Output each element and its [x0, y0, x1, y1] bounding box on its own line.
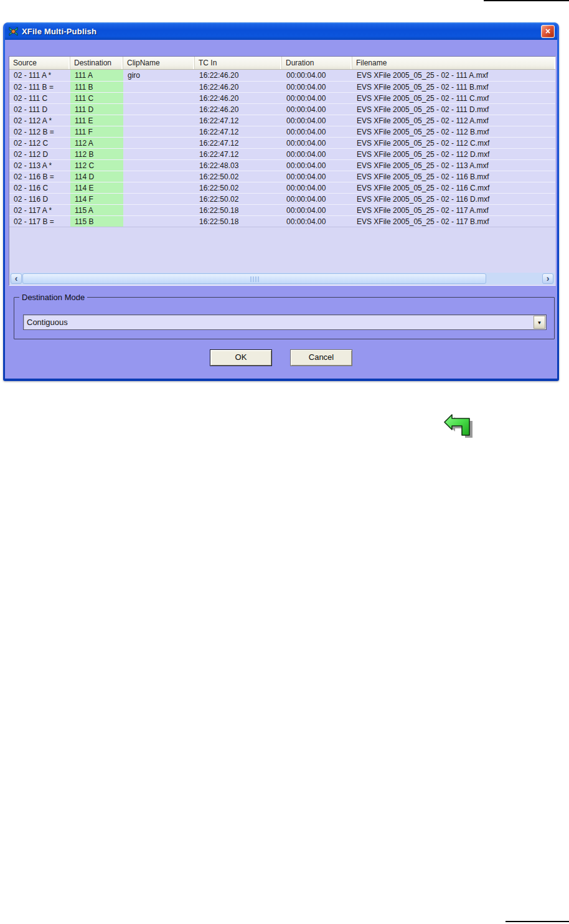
cell-clipname [123, 82, 195, 92]
cell-filename: EVS XFile 2005_05_25 - 02 - 111 A.mxf [352, 70, 555, 81]
table-row[interactable]: 02 - 112 C112 A16:22:47.1200:00:04.00EVS… [9, 137, 555, 149]
table-row[interactable]: 02 - 111 C111 C16:22:46.2000:00:04.00EVS… [9, 92, 555, 104]
cell-tcin: 16:22:50.18 [195, 216, 282, 227]
cell-duration: 00:00:04.00 [282, 216, 352, 227]
cell-clipname: giro [123, 70, 195, 81]
cell-tcin: 16:22:47.12 [195, 126, 282, 137]
cell-filename: EVS XFile 2005_05_25 - 02 - 116 D.mxf [352, 194, 555, 204]
cell-tcin: 16:22:46.20 [195, 93, 282, 103]
cell-tcin: 16:22:50.02 [195, 182, 282, 193]
cell-destination: 111 C [70, 93, 123, 103]
cell-clipname [123, 182, 195, 193]
cell-source: 02 - 111 B = [9, 82, 70, 92]
table-row[interactable]: 02 - 116 C114 E16:22:50.0200:00:04.00EVS… [9, 182, 555, 194]
column-header-filename[interactable]: Filename [352, 57, 555, 69]
cell-clipname [123, 126, 195, 137]
cell-duration: 00:00:04.00 [282, 93, 352, 103]
table-header-row: Source Destination ClipName TC In Durati… [9, 57, 555, 70]
cell-tcin: 16:22:46.20 [195, 82, 282, 92]
ok-button[interactable]: OK [210, 349, 272, 366]
table-row[interactable]: 02 - 111 A *111 Agiro16:22:46.2000:00:04… [9, 70, 555, 82]
cell-tcin: 16:22:47.12 [195, 138, 282, 148]
cell-source: 02 - 112 B = [9, 126, 70, 137]
cell-clipname [123, 115, 195, 126]
destination-mode-value: Contiguous [24, 315, 546, 327]
cell-tcin: 16:22:47.12 [195, 115, 282, 126]
cell-filename: EVS XFile 2005_05_25 - 02 - 112 C.mxf [352, 138, 555, 148]
destination-mode-groupbox: Destination Mode Contiguous ▼ [14, 297, 555, 339]
cell-filename: EVS XFile 2005_05_25 - 02 - 111 C.mxf [352, 93, 555, 103]
table-row[interactable]: 02 - 113 A *112 C16:22:48.0300:00:04.00E… [9, 159, 555, 171]
table-row[interactable]: 02 - 116 B =114 D16:22:50.0200:00:04.00E… [9, 171, 555, 182]
cell-source: 02 - 116 C [9, 182, 70, 193]
cell-filename: EVS XFile 2005_05_25 - 02 - 113 A.mxf [352, 160, 555, 171]
scroll-left-icon: ‹ [15, 273, 18, 283]
back-arrow-icon[interactable] [443, 413, 474, 439]
cell-duration: 00:00:04.00 [282, 160, 352, 171]
cell-source: 02 - 117 B = [9, 216, 70, 227]
cell-clipname [123, 149, 195, 159]
cell-destination: 112 A [70, 138, 123, 148]
table-row[interactable]: 02 - 112 A *111 E16:22:47.1200:00:04.00E… [9, 115, 555, 126]
column-header-clipname[interactable]: ClipName [123, 57, 195, 69]
scrollbar-grip-icon [250, 276, 259, 282]
cell-destination: 114 E [70, 182, 123, 193]
table-row[interactable]: 02 - 116 D114 F16:22:50.0200:00:04.00EVS… [9, 193, 555, 205]
column-header-source[interactable]: Source [9, 57, 70, 69]
cell-filename: EVS XFile 2005_05_25 - 02 - 117 A.mxf [352, 205, 555, 215]
cell-duration: 00:00:04.00 [282, 115, 352, 126]
chevron-down-icon: ▼ [537, 320, 542, 326]
close-button[interactable]: × [541, 25, 555, 38]
cell-duration: 00:00:04.00 [282, 149, 352, 159]
cell-tcin: 16:22:50.18 [195, 205, 282, 215]
cell-source: 02 - 116 D [9, 194, 70, 204]
cell-filename: EVS XFile 2005_05_25 - 02 - 112 A.mxf [352, 115, 555, 126]
cell-clipname [123, 171, 195, 182]
cell-clipname [123, 104, 195, 115]
page-top-rule [484, 0, 569, 1]
cell-clipname [123, 205, 195, 215]
cell-tcin: 16:22:46.20 [195, 70, 282, 81]
cell-filename: EVS XFile 2005_05_25 - 02 - 111 B.mxf [352, 82, 555, 92]
cell-tcin: 16:22:46.20 [195, 104, 282, 115]
column-header-duration[interactable]: Duration [282, 57, 352, 69]
cell-source: 02 - 111 C [9, 93, 70, 103]
destination-mode-select[interactable]: Contiguous ▼ [23, 314, 547, 330]
cell-filename: EVS XFile 2005_05_25 - 02 - 117 B.mxf [352, 216, 555, 227]
xfile-multi-publish-dialog: XFile Multi-Publish × Source Destination… [3, 22, 559, 381]
window-title: XFile Multi-Publish [22, 27, 96, 36]
cell-duration: 00:00:04.00 [282, 205, 352, 215]
cell-filename: EVS XFile 2005_05_25 - 02 - 112 D.mxf [352, 149, 555, 159]
table-row[interactable]: 02 - 111 D111 D16:22:46.2000:00:04.00EVS… [9, 103, 555, 115]
cell-clipname [123, 216, 195, 227]
cell-destination: 112 C [70, 160, 123, 171]
horizontal-scrollbar[interactable]: ‹ › [10, 273, 555, 285]
cancel-button[interactable]: Cancel [290, 349, 352, 366]
close-icon: × [545, 26, 550, 36]
table-row[interactable]: 02 - 111 B =111 B16:22:46.2000:00:04.00E… [9, 81, 555, 93]
cell-duration: 00:00:04.00 [282, 82, 352, 92]
table-row[interactable]: 02 - 112 B =111 F16:22:47.1200:00:04.00E… [9, 126, 555, 138]
scroll-right-button[interactable]: › [542, 273, 553, 284]
cell-duration: 00:00:04.00 [282, 104, 352, 115]
cell-destination: 111 B [70, 82, 123, 92]
combo-dropdown-button[interactable]: ▼ [534, 316, 545, 329]
scroll-left-button[interactable]: ‹ [11, 273, 22, 284]
cell-destination: 112 B [70, 149, 123, 159]
scrollbar-thumb[interactable] [22, 273, 486, 284]
table-row[interactable]: 02 - 117 B =115 B16:22:50.1800:00:04.00E… [9, 215, 555, 227]
table-row[interactable]: 02 - 117 A *115 A16:22:50.1800:00:04.00E… [9, 204, 555, 216]
page-bottom-rule [506, 921, 569, 922]
cell-duration: 00:00:04.00 [282, 70, 352, 81]
titlebar[interactable]: XFile Multi-Publish × [5, 22, 557, 40]
cell-destination: 114 D [70, 171, 123, 182]
cell-duration: 00:00:04.00 [282, 194, 352, 204]
cell-duration: 00:00:04.00 [282, 126, 352, 137]
cell-destination: 114 F [70, 194, 123, 204]
cell-source: 02 - 111 A * [9, 70, 70, 81]
cell-filename: EVS XFile 2005_05_25 - 02 - 116 C.mxf [352, 182, 555, 193]
cell-duration: 00:00:04.00 [282, 171, 352, 182]
column-header-tcin[interactable]: TC In [195, 57, 282, 69]
table-row[interactable]: 02 - 112 D112 B16:22:47.1200:00:04.00EVS… [9, 148, 555, 160]
column-header-destination[interactable]: Destination [70, 57, 123, 69]
